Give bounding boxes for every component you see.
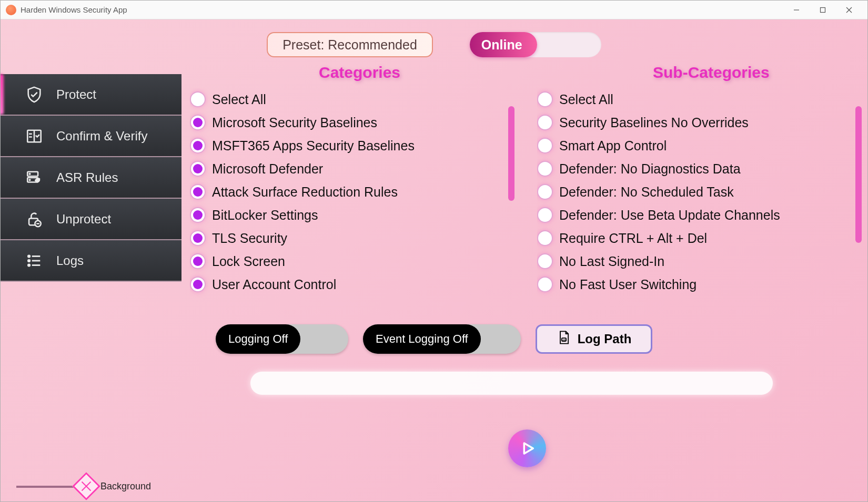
sidebar: Protect Confirm & Verify ASR Rules Unpro…	[1, 74, 181, 282]
radio-icon[interactable]	[537, 207, 553, 223]
subcategory-item[interactable]: Select All	[537, 88, 842, 111]
category-item-label: BitLocker Settings	[212, 208, 318, 223]
sidebar-item-label: Protect	[56, 87, 96, 102]
maximize-button[interactable]	[810, 1, 836, 19]
server-shield-icon	[24, 169, 45, 187]
subcategory-item[interactable]: No Last Signed-In	[537, 250, 842, 273]
radio-icon[interactable]	[190, 115, 206, 130]
radio-icon[interactable]	[190, 207, 206, 223]
subcategory-item-label: No Last Signed-In	[559, 254, 664, 269]
subcategory-item[interactable]: Defender: No Scheduled Task	[537, 180, 842, 203]
category-item[interactable]: Select All	[190, 88, 516, 111]
subcategories-scrollbar[interactable]	[855, 106, 862, 243]
category-item[interactable]: Attack Surface Reduction Rules	[190, 180, 516, 203]
category-item[interactable]: BitLocker Settings	[190, 203, 516, 227]
radio-icon[interactable]	[190, 253, 206, 269]
categories-list: Select AllMicrosoft Security BaselinesMS…	[190, 88, 516, 298]
app-icon	[6, 5, 16, 15]
online-toggle-thumb: Online	[470, 32, 537, 57]
category-item-label: Microsoft Defender	[212, 161, 323, 177]
sidebar-item-logs[interactable]: Logs	[1, 240, 181, 282]
radio-icon[interactable]	[537, 276, 553, 292]
subcategory-item-label: Require CTRL + Alt + Del	[559, 231, 707, 246]
subcategory-item-label: Defender: No Scheduled Task	[559, 185, 734, 200]
radio-icon[interactable]	[190, 138, 206, 153]
category-item-label: MSFT365 Apps Security Baselines	[212, 138, 415, 153]
preset-selector[interactable]: Preset: Recommended	[267, 32, 433, 57]
svg-point-13	[28, 255, 29, 257]
subcategory-item[interactable]: Defender: No Diagnostics Data	[537, 157, 842, 180]
unlock-minus-icon	[24, 210, 45, 228]
preset-label: Preset: Recommended	[282, 37, 417, 53]
sidebar-item-confirm[interactable]: Confirm & Verify	[1, 116, 181, 157]
radio-icon[interactable]	[190, 230, 206, 246]
sidebar-item-protect[interactable]: Protect	[1, 74, 181, 116]
sidebar-item-asr[interactable]: ASR Rules	[1, 157, 181, 199]
sidebar-item-label: Unprotect	[56, 212, 111, 227]
radio-icon[interactable]	[537, 161, 553, 177]
log-file-icon: LOG	[557, 330, 571, 348]
event-logging-toggle-thumb: Event Logging Off	[363, 324, 481, 354]
subcategory-item-label: No Fast User Switching	[559, 277, 697, 292]
category-item[interactable]: Microsoft Security Baselines	[190, 111, 516, 134]
radio-icon[interactable]	[537, 230, 553, 246]
category-item-label: Microsoft Security Baselines	[212, 115, 377, 130]
subcategory-item[interactable]: Require CTRL + Alt + Del	[537, 227, 842, 250]
radio-icon[interactable]	[190, 276, 206, 292]
categories-scrollbar[interactable]	[508, 106, 514, 201]
svg-point-9	[29, 179, 31, 180]
sidebar-item-label: ASR Rules	[56, 170, 118, 185]
categories-heading: Categories	[319, 64, 400, 81]
subcategories-list: Select AllSecurity Baselines No Override…	[537, 88, 842, 298]
close-button[interactable]	[836, 1, 862, 19]
slider-thumb[interactable]	[72, 472, 100, 500]
radio-icon[interactable]	[190, 184, 206, 200]
radio-icon[interactable]	[190, 91, 206, 107]
subcategory-item[interactable]: Smart App Control	[537, 134, 842, 157]
background-opacity-slider[interactable]	[16, 486, 89, 488]
category-item-label: Lock Screen	[212, 254, 285, 269]
subcategory-item-label: Defender: Use Beta Update Channels	[559, 208, 780, 223]
category-item[interactable]: Microsoft Defender	[190, 157, 516, 180]
svg-text:LOG: LOG	[562, 339, 566, 341]
subcategory-item-label: Security Baselines No Overrides	[559, 115, 749, 130]
subcategory-item-label: Select All	[559, 92, 613, 107]
svg-rect-1	[821, 7, 825, 12]
window-title: Harden Windows Security App	[21, 5, 127, 14]
minimize-button[interactable]	[783, 1, 810, 19]
subcategory-item-label: Smart App Control	[559, 138, 667, 153]
subcategory-item-label: Defender: No Diagnostics Data	[559, 161, 741, 177]
subcategory-item[interactable]: Security Baselines No Overrides	[537, 111, 842, 134]
sidebar-item-unprotect[interactable]: Unprotect	[1, 199, 181, 240]
category-item[interactable]: TLS Security	[190, 227, 516, 250]
subcategory-item[interactable]: No Fast User Switching	[537, 273, 842, 296]
sidebar-item-label: Confirm & Verify	[56, 129, 147, 144]
logging-toggle[interactable]: Logging Off	[216, 324, 348, 354]
subcategory-item[interactable]: Defender: Use Beta Update Channels	[537, 203, 842, 227]
event-logging-toggle[interactable]: Event Logging Off	[363, 324, 521, 354]
radio-icon[interactable]	[537, 138, 553, 153]
svg-point-15	[28, 260, 29, 261]
radio-icon[interactable]	[537, 115, 553, 130]
category-item-label: Attack Surface Reduction Rules	[212, 185, 398, 200]
category-item[interactable]: User Account Control	[190, 273, 516, 296]
background-label: Background	[100, 481, 151, 492]
online-toggle[interactable]: Online	[470, 32, 601, 57]
category-item[interactable]: MSFT365 Apps Security Baselines	[190, 134, 516, 157]
shield-check-icon	[24, 86, 45, 104]
category-item-label: TLS Security	[212, 231, 287, 246]
svg-point-8	[29, 173, 31, 175]
category-item-label: Select All	[212, 92, 266, 107]
category-item-label: User Account Control	[212, 277, 336, 292]
sidebar-item-label: Logs	[56, 253, 84, 268]
subcategories-heading: Sub-Categories	[653, 64, 770, 81]
svg-point-17	[28, 264, 29, 265]
titlebar: Harden Windows Security App	[1, 1, 867, 19]
category-item[interactable]: Lock Screen	[190, 250, 516, 273]
radio-icon[interactable]	[190, 161, 206, 177]
radio-icon[interactable]	[537, 91, 553, 107]
run-button[interactable]	[508, 429, 546, 467]
radio-icon[interactable]	[537, 184, 553, 200]
radio-icon[interactable]	[537, 253, 553, 269]
log-path-button[interactable]: LOG Log Path	[536, 324, 652, 354]
